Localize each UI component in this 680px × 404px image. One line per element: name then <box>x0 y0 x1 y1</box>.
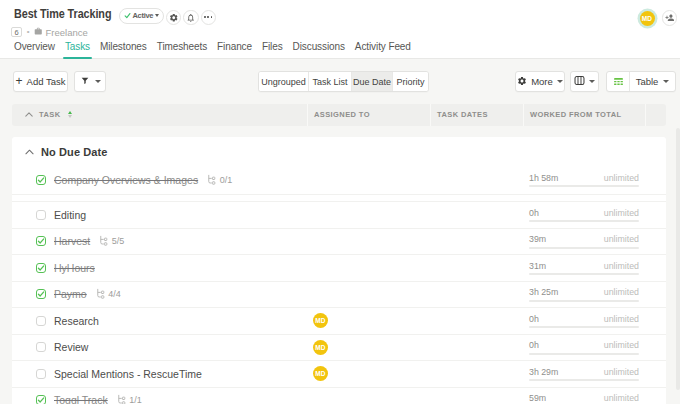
tab-tasks[interactable]: Tasks <box>65 40 90 58</box>
group-by-segmented-control: UngroupedTask ListDue DatePriority <box>258 71 429 92</box>
vertical-scrollbar[interactable] <box>676 128 680 390</box>
task-name[interactable]: Editing <box>54 209 86 221</box>
collapse-all-icon[interactable] <box>25 112 33 117</box>
assignee-avatar[interactable]: MD <box>313 340 328 355</box>
segment-ungrouped[interactable]: Ungrouped <box>259 72 309 91</box>
assigned-to-cell: MD <box>308 340 431 355</box>
tab-finance[interactable]: Finance <box>217 40 252 58</box>
segment-due-date[interactable]: Due Date <box>352 72 393 91</box>
column-header-task-dates[interactable]: TASK DATES <box>431 104 524 126</box>
tab-activity-feed[interactable]: Activity Feed <box>355 40 411 58</box>
subtask-indicator[interactable]: 4/4 <box>95 285 121 303</box>
more-button[interactable]: More <box>515 71 565 92</box>
segment-priority[interactable]: Priority <box>393 72 428 91</box>
tab-files[interactable]: Files <box>262 40 283 58</box>
add-task-button[interactable]: + Add Task <box>13 71 68 92</box>
project-status-dropdown[interactable]: Active <box>119 8 164 24</box>
assignee-avatar[interactable]: MD <box>313 313 328 328</box>
task-row[interactable]: Special Mentions - RescueTimeMD3h 29munl… <box>12 360 666 387</box>
subtask-count: 1/1 <box>129 395 142 404</box>
task-rows: Company Overviews & Images0/11h 58munlim… <box>12 166 666 404</box>
task-name[interactable]: Paymo <box>54 288 87 300</box>
column-header-task[interactable]: TASK <box>12 104 308 126</box>
checkbox-checked[interactable] <box>36 395 46 404</box>
segment-task-list[interactable]: Task List <box>309 72 352 91</box>
tab-milestones[interactable]: Milestones <box>100 40 147 58</box>
checkbox-unchecked[interactable] <box>36 210 46 220</box>
assignee-avatar[interactable]: MD <box>313 366 328 381</box>
column-header-assigned-to[interactable]: ASSIGNED TO <box>308 104 431 126</box>
task-row[interactable]: Company Overviews & Images0/11h 58munlim… <box>12 166 666 194</box>
check-icon <box>124 12 131 19</box>
column-label: TASK DATES <box>437 110 488 119</box>
project-more-button[interactable] <box>201 10 217 26</box>
tab-discussions[interactable]: Discussions <box>293 40 345 58</box>
chevron-up-icon[interactable] <box>25 149 34 155</box>
task-name[interactable]: Toggl Track <box>54 394 108 404</box>
worked-time: 1h 58m <box>529 173 558 183</box>
person-add-icon <box>665 11 675 26</box>
subtask-tree-icon <box>98 232 109 250</box>
filter-button[interactable] <box>74 71 106 92</box>
task-name[interactable]: Review <box>54 341 88 353</box>
sort-ascending-icon <box>68 111 72 118</box>
task-row[interactable]: Harvest5/539munlimited <box>12 228 666 255</box>
tab-overview[interactable]: Overview <box>14 40 55 58</box>
task-name[interactable]: Company Overviews & Images <box>54 174 198 186</box>
subtask-indicator[interactable]: 1/1 <box>116 391 142 404</box>
task-cell: HyHours <box>12 262 308 274</box>
subtask-indicator[interactable]: 0/1 <box>206 171 232 189</box>
meta-separator: • <box>27 28 30 36</box>
worked-time: 0h <box>529 340 539 350</box>
worked-from-total-cell: 59munlimited <box>524 393 646 404</box>
task-name[interactable]: HyHours <box>54 262 95 274</box>
subtask-indicator[interactable]: 5/5 <box>98 232 124 250</box>
add-person-button[interactable] <box>662 10 678 26</box>
checkbox-unchecked[interactable] <box>36 369 46 379</box>
worked-from-total-cell: 0hunlimited <box>524 340 646 355</box>
column-header-worked-from-total[interactable]: WORKED FROM TOTAL <box>524 104 646 126</box>
task-row[interactable]: HyHours31munlimited <box>12 254 666 281</box>
gear-icon <box>517 76 527 88</box>
columns-button[interactable] <box>570 71 599 92</box>
checkbox-checked[interactable] <box>36 236 46 246</box>
worked-from-total-cell: 1h 58munlimited <box>524 173 646 188</box>
checkbox-checked[interactable] <box>36 263 46 273</box>
client-link[interactable]: Freelance <box>34 27 88 38</box>
table-view-label: Table <box>636 76 659 87</box>
tab-timesheets[interactable]: Timesheets <box>157 40 207 58</box>
briefcase-icon <box>34 27 43 38</box>
task-list-card: No Due Date Company Overviews & Images0/… <box>12 137 666 404</box>
task-name[interactable]: Harvest <box>54 235 90 247</box>
checkbox-checked[interactable] <box>36 289 46 299</box>
group-header-no-due-date[interactable]: No Due Date <box>12 137 666 166</box>
time-progress-track <box>529 326 639 328</box>
task-row[interactable]: Toggl Track1/159munlimited <box>12 387 666 404</box>
task-row[interactable]: ReviewMD0hunlimited <box>12 334 666 361</box>
task-cell: Review <box>12 341 308 353</box>
worked-total: unlimited <box>604 208 639 218</box>
task-row[interactable]: Editing0hunlimited <box>12 201 666 228</box>
page-title: Best Time Tracking <box>14 6 111 21</box>
worked-from-total-cell: 39munlimited <box>524 234 646 249</box>
checkbox-unchecked[interactable] <box>36 316 46 326</box>
funnel-icon <box>80 76 90 88</box>
checkbox-unchecked[interactable] <box>36 342 46 352</box>
task-row[interactable]: Paymo4/43h 25munlimited <box>12 281 666 308</box>
assigned-to-cell: MD <box>308 313 431 328</box>
table-view-dropdown[interactable]: Table <box>630 72 675 91</box>
user-avatar[interactable]: MD <box>640 11 655 26</box>
task-row[interactable]: ResearchMD0hunlimited <box>12 307 666 334</box>
client-name: Freelance <box>45 27 87 38</box>
table-view-icon-button[interactable] <box>607 72 630 91</box>
task-name[interactable]: Research <box>54 315 99 327</box>
task-name[interactable]: Special Mentions - RescueTime <box>54 368 202 380</box>
column-label: ASSIGNED TO <box>314 110 370 119</box>
notifications-button[interactable] <box>183 10 199 26</box>
checkbox-checked[interactable] <box>36 175 46 185</box>
column-label: WORKED FROM TOTAL <box>530 110 622 119</box>
project-settings-button[interactable] <box>166 10 182 26</box>
task-cell: Company Overviews & Images0/1 <box>12 171 308 189</box>
chevron-down-icon <box>557 80 563 83</box>
task-cell: Paymo4/4 <box>12 285 308 303</box>
